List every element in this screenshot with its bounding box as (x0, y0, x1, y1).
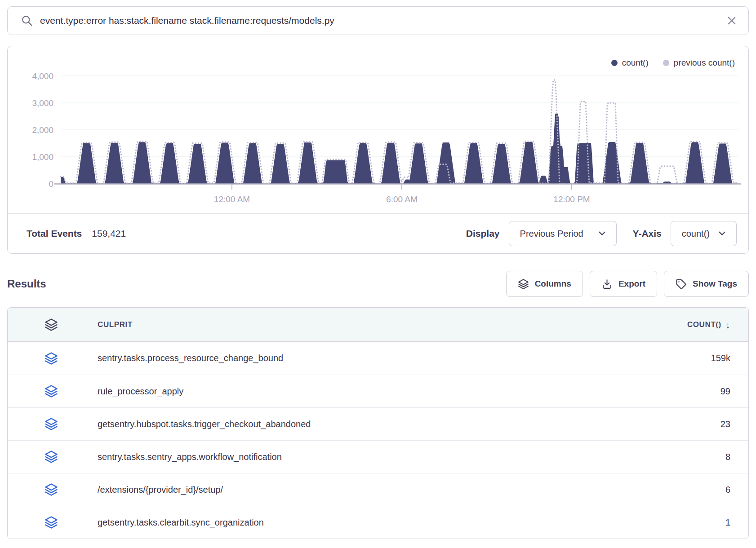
culprit-cell[interactable]: getsentry.hubspot.tasks.trigger_checkout… (98, 419, 311, 429)
discover-page: count() previous count() 4,0003,0002,000… (0, 0, 756, 539)
legend-item-count[interactable]: count() (611, 58, 649, 68)
total-events-label: Total Events (27, 228, 82, 239)
previous-count-legend-dot-icon (663, 60, 669, 66)
export-button[interactable]: Export (590, 271, 657, 297)
chevron-down-icon (719, 231, 725, 236)
tag-icon (676, 278, 687, 290)
svg-text:1,000: 1,000 (32, 152, 53, 162)
svg-text:4,000: 4,000 (32, 71, 53, 81)
svg-text:12:00 AM: 12:00 AM (214, 194, 250, 204)
stack-icon (44, 483, 61, 496)
stack-icon (44, 352, 61, 365)
svg-text:0: 0 (49, 179, 53, 189)
table-row[interactable]: getsentry.tasks.clearbit.sync_organizati… (8, 506, 748, 539)
count-cell: 23 (720, 419, 730, 429)
table-body: sentry.tasks.process_resource_change_bou… (8, 342, 748, 539)
culprit-column-header[interactable]: CULPRIT (98, 320, 133, 329)
columns-button[interactable]: Columns (506, 271, 583, 297)
svg-text:12:00 PM: 12:00 PM (553, 194, 590, 204)
table-row[interactable]: getsentry.hubspot.tasks.trigger_checkout… (8, 407, 748, 440)
count-column-header[interactable]: COUNT() ↓ (687, 319, 730, 330)
count-cell: 159k (711, 353, 730, 363)
yaxis-label: Y-Axis (633, 228, 662, 239)
svg-text:6:00 AM: 6:00 AM (386, 194, 418, 204)
stack-icon (44, 450, 61, 464)
culprit-cell[interactable]: sentry.tasks.sentry_apps.workflow_notifi… (98, 452, 282, 462)
culprit-cell[interactable]: getsentry.tasks.clearbit.sync_organizati… (98, 517, 264, 528)
clear-search-icon[interactable] (727, 16, 737, 26)
yaxis-dropdown-value: count() (682, 229, 710, 239)
table-row[interactable]: rule_processor_apply 99 (8, 375, 748, 407)
display-dropdown-value: Previous Period (520, 229, 583, 239)
stack-column-icon[interactable] (44, 318, 61, 331)
culprit-cell[interactable]: /extensions/{provider_id}/setup/ (98, 485, 223, 495)
events-over-time-chart[interactable]: 4,0003,0002,0001,000012:00 AM6:00 AM12:0… (8, 46, 748, 213)
legend-label: previous count() (674, 58, 735, 68)
stack-icon (44, 516, 61, 529)
search-icon (21, 15, 33, 27)
stack-icon (44, 417, 61, 431)
stack-icon (44, 384, 61, 398)
count-cell: 1 (725, 517, 730, 528)
culprit-cell[interactable]: sentry.tasks.process_resource_change_bou… (98, 353, 283, 363)
chart-legend: count() previous count() (611, 58, 735, 68)
table-row[interactable]: /extensions/{provider_id}/setup/ 6 (8, 473, 748, 506)
legend-label: count() (622, 58, 649, 68)
legend-item-previous-count[interactable]: previous count() (663, 58, 735, 68)
count-cell: 6 (725, 485, 730, 495)
export-button-label: Export (618, 279, 645, 289)
count-cell: 8 (725, 452, 730, 462)
chart-footer: Total Events 159,421 Display Previous Pe… (8, 213, 748, 253)
events-chart-panel: count() previous count() 4,0003,0002,000… (7, 46, 749, 254)
table-row[interactable]: sentry.tasks.sentry_apps.workflow_notifi… (8, 440, 748, 473)
svg-text:2,000: 2,000 (32, 125, 53, 135)
yaxis-dropdown[interactable]: count() (671, 221, 737, 246)
search-input[interactable] (40, 15, 720, 26)
export-icon (601, 278, 613, 290)
results-header-row: Results Columns Export (7, 271, 749, 297)
count-column-label: COUNT() (687, 320, 721, 329)
table-header-row: CULPRIT COUNT() ↓ (8, 308, 748, 342)
culprit-cell[interactable]: rule_processor_apply (98, 386, 183, 397)
table-row[interactable]: sentry.tasks.process_resource_change_bou… (8, 342, 748, 375)
results-heading: Results (7, 278, 46, 290)
display-label: Display (466, 228, 500, 239)
columns-button-label: Columns (535, 279, 571, 289)
count-legend-dot-icon (611, 60, 618, 66)
show-tags-button-label: Show Tags (693, 279, 737, 289)
sort-desc-icon: ↓ (725, 320, 730, 331)
search-bar (7, 6, 749, 35)
total-events-value: 159,421 (92, 228, 126, 239)
show-tags-button[interactable]: Show Tags (664, 271, 749, 297)
svg-text:3,000: 3,000 (32, 98, 53, 108)
stack-icon (518, 278, 529, 290)
display-dropdown[interactable]: Previous Period (509, 221, 617, 246)
chevron-down-icon (599, 231, 605, 236)
results-actions: Columns Export Show Tags (506, 271, 749, 297)
count-cell: 99 (720, 386, 730, 397)
results-table: CULPRIT COUNT() ↓ sentry.tasks.process_r… (7, 307, 749, 539)
